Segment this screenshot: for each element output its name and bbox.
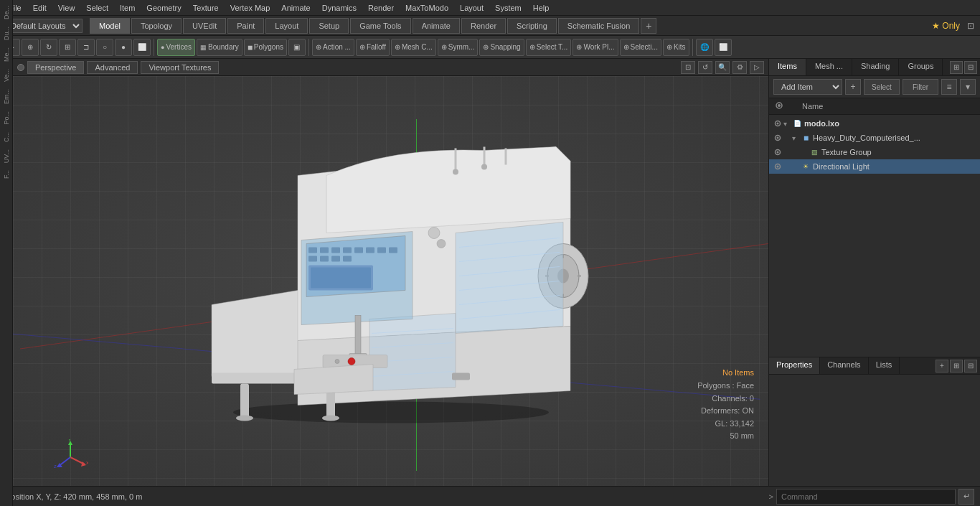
vertices-btn[interactable]: ● Vertices [157, 39, 195, 56]
action-btn[interactable]: ⊕ Action ... [312, 39, 354, 56]
scale-btn[interactable]: ⊞ [59, 39, 76, 56]
vp-reset-btn[interactable]: ⊡ [681, 61, 695, 74]
item-row-mesh1[interactable]: ▾ ◼ Heavy_Duty_Computerised_... [769, 131, 980, 145]
tab-model[interactable]: Model [90, 18, 130, 34]
cube-btn[interactable]: ⬜ [715, 39, 732, 56]
tab-shading[interactable]: Shading [852, 59, 899, 75]
tab-lists[interactable]: Lists [869, 357, 900, 374]
item-eye-texgrp[interactable] [772, 146, 783, 158]
menu-select[interactable]: Select [80, 2, 114, 14]
falloff-btn[interactable]: ⊕ Falloff [356, 39, 390, 56]
globe-btn[interactable]: 🌐 [696, 39, 713, 56]
item-eye-mesh1[interactable] [772, 132, 783, 144]
cube-mode-btn[interactable]: ⬜ [133, 39, 151, 56]
mesh-c-btn[interactable]: ⊕ Mesh C... [391, 39, 436, 56]
menu-render[interactable]: Render [362, 2, 400, 14]
menu-animate[interactable]: Animate [275, 2, 316, 14]
add-item-select-btn[interactable]: Filter [903, 79, 938, 95]
tab-paint[interactable]: Paint [227, 18, 264, 34]
menu-dynamics[interactable]: Dynamics [316, 2, 362, 14]
menu-geometry[interactable]: Geometry [141, 2, 187, 14]
vp-refresh-btn[interactable]: ↺ [698, 61, 712, 74]
tab-layout[interactable]: Layout [265, 18, 308, 34]
vl-tab-du[interactable]: Du... [1, 24, 11, 43]
command-input[interactable] [776, 489, 956, 505]
tab-render[interactable]: Render [461, 18, 506, 34]
viewport-canvas[interactable]: No Items Polygons : Face Channels: 0 Def… [13, 76, 768, 486]
tab-advanced[interactable]: Advanced [87, 61, 138, 74]
symm-btn[interactable]: ⊕ Symm... [438, 39, 479, 56]
tab-animate[interactable]: Animate [413, 18, 460, 34]
add-item-filter-btn[interactable]: Select [864, 79, 900, 95]
items-overflow-btn[interactable]: ≡ [941, 79, 957, 95]
vl-tab-me[interactable]: Me... [1, 44, 11, 65]
tab-items[interactable]: Items [769, 59, 806, 75]
vl-tab-ve[interactable]: Ve... [1, 66, 11, 85]
snapping-btn[interactable]: ⊕ Snapping [479, 39, 524, 56]
tab-mesh[interactable]: Mesh ... [806, 59, 852, 75]
polygons-btn[interactable]: ◼ Polygons [244, 39, 287, 56]
item-row-root[interactable]: ▾ 📄 modo.lxo [769, 116, 980, 131]
vl-tab-de[interactable]: De... [1, 3, 11, 22]
expand-root[interactable]: ▾ [783, 120, 792, 128]
vl-tab-c[interactable]: C... [1, 129, 11, 145]
menu-view[interactable]: View [52, 2, 81, 14]
rt-expand-btn[interactable]: ⊞ [950, 61, 963, 74]
items-settings-btn[interactable]: ▾ [960, 79, 976, 95]
boundary-btn[interactable]: ▦ Boundary [197, 39, 242, 56]
tab-gametools[interactable]: Game Tools [350, 18, 411, 34]
item-eye-root[interactable] [772, 118, 783, 129]
vl-tab-em[interactable]: Em... [1, 86, 11, 107]
cmd-submit-btn[interactable]: ↵ [958, 489, 974, 505]
select-t-btn[interactable]: ⊕ Select T... [526, 39, 572, 56]
expand-light[interactable]: ▸ [792, 163, 801, 171]
tab-groups[interactable]: Groups [899, 59, 943, 75]
menu-maxtomodo[interactable]: MaxToModo [400, 2, 454, 14]
add-item-plus-btn[interactable]: + [845, 79, 861, 95]
selecti-btn[interactable]: ⊕ Selecti... [620, 39, 661, 56]
props-collapse-btn[interactable]: ⊟ [964, 360, 977, 373]
item-row-light[interactable]: ▸ ☀ Directional Light [769, 159, 980, 174]
menu-help[interactable]: Help [527, 2, 555, 14]
props-expand-btn[interactable]: ⊞ [950, 360, 963, 373]
ring-btn[interactable]: ○ [96, 39, 113, 56]
vl-tab-uv[interactable]: UV... [1, 146, 11, 166]
menu-edit[interactable]: Edit [27, 2, 52, 14]
vp-expand-btn[interactable]: ▷ [750, 61, 764, 74]
work-pl-btn[interactable]: ⊕ Work Pl... [573, 39, 618, 56]
tab-viewport-textures[interactable]: Viewport Textures [141, 61, 219, 74]
layout-expand[interactable]: ⊡ [964, 21, 977, 31]
vl-tab-po[interactable]: Po... [1, 108, 11, 128]
add-item-dropdown[interactable]: Add Item [773, 79, 842, 95]
tab-properties[interactable]: Properties [769, 357, 820, 374]
menu-vertexmap[interactable]: Vertex Map [225, 2, 276, 14]
props-plus-btn[interactable]: + [936, 360, 948, 373]
expand-texgrp[interactable]: ▸ [801, 149, 809, 156]
falloff-mode-btn[interactable]: ▣ [288, 39, 306, 56]
transform-btn[interactable]: ⊕ [22, 39, 39, 56]
menu-layout[interactable]: Layout [454, 2, 489, 14]
menu-texture[interactable]: Texture [187, 2, 225, 14]
menu-system[interactable]: System [489, 2, 527, 14]
sphere-btn[interactable]: ● [115, 39, 132, 56]
vl-tab-f[interactable]: F... [1, 167, 11, 182]
layout-dropdown[interactable]: Default Layouts [3, 19, 83, 33]
tab-setup[interactable]: Setup [309, 18, 349, 34]
tab-topology[interactable]: Topology [131, 18, 182, 34]
tab-perspective[interactable]: Perspective [27, 61, 84, 74]
expand-mesh1[interactable]: ▾ [792, 134, 801, 142]
kits-btn[interactable]: ⊕ Kits [663, 39, 689, 56]
tab-channels[interactable]: Channels [820, 357, 868, 374]
item-eye-light[interactable] [772, 161, 783, 172]
layout-plus[interactable]: + [641, 18, 656, 34]
vp-search-btn[interactable]: 🔍 [715, 61, 730, 74]
item-row-texgrp[interactable]: ▸ ▧ Texture Group [769, 145, 980, 159]
tab-uvedit[interactable]: UVEdit [183, 18, 226, 34]
vp-settings-btn[interactable]: ⚙ [732, 61, 747, 74]
tab-scripting[interactable]: Scripting [507, 18, 557, 34]
mirror-btn[interactable]: ⊐ [77, 39, 95, 56]
tab-schematic[interactable]: Schematic Fusion [558, 18, 639, 34]
menu-item[interactable]: Item [114, 2, 141, 14]
rotate-btn[interactable]: ↻ [40, 39, 57, 56]
rt-collapse-btn[interactable]: ⊟ [964, 61, 977, 74]
